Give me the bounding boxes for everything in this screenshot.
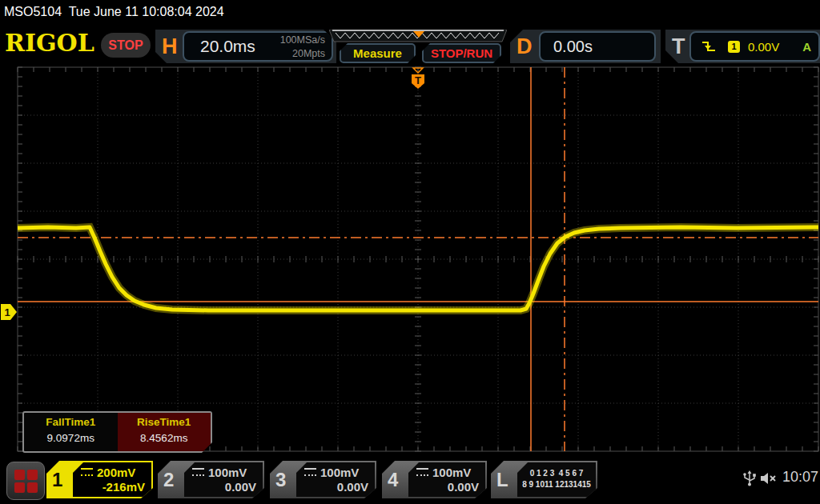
channel3-panel: 100mV 0.00V — [296, 462, 375, 497]
channel3-offset: 0.00V — [296, 480, 368, 494]
channel4-offset: 0.00V — [408, 480, 479, 494]
dc-coupling-icon — [416, 468, 428, 477]
channel4-panel: 100mV 0.00V — [408, 462, 485, 497]
svg-text:1: 1 — [4, 306, 10, 318]
falltime-measurement[interactable]: FallTime1 9.0972ms — [24, 413, 118, 451]
channel2-number: 2 — [163, 469, 174, 491]
logic-digits-row1: 0 1 2 3 4 5 6 7 — [517, 468, 596, 479]
channel2-offset: 0.00V — [184, 480, 256, 494]
menu-grid-icon — [14, 470, 38, 493]
channel1-ground-marker[interactable]: 1 — [1, 304, 17, 320]
speaker-muted-icon — [760, 472, 778, 485]
oscilloscope-screen: MSO5104 Tue June 11 10:08:04 2024 RIGOL … — [0, 0, 820, 504]
falltime-label: FallTime1 — [24, 416, 118, 428]
channel1-offset: -216mV — [73, 480, 145, 494]
usb-icon — [742, 470, 757, 486]
channel2-panel: 100mV 0.00V — [184, 462, 263, 497]
channel3-tab[interactable]: 3 100mV 0.00V — [270, 461, 376, 498]
dc-coupling-icon — [81, 468, 93, 477]
measurement-results-panel[interactable]: FallTime1 9.0972ms RiseTime1 8.4562ms — [22, 411, 212, 453]
dc-coupling-icon — [192, 468, 204, 477]
risetime-measurement[interactable]: RiseTime1 8.4562ms — [118, 413, 211, 451]
dc-coupling-icon — [304, 468, 316, 477]
logic-digits-row2: 8 9 1011 12131415 — [517, 479, 596, 490]
logic-panel: 0 1 2 3 4 5 6 7 8 9 1011 12131415 — [517, 462, 596, 497]
clock: 10:07 — [782, 469, 818, 486]
graticule-grid — [18, 67, 818, 451]
channel3-number: 3 — [275, 469, 286, 491]
channel4-scale: 100mV — [432, 466, 471, 479]
logic-analyzer-tab[interactable]: L 0 1 2 3 4 5 6 7 8 9 1011 12131415 — [491, 461, 597, 498]
channel-status-bar: 1 200mV -216mV 2 100mV 0.00V 3 100mV 0.0… — [0, 459, 820, 504]
falltime-value: 9.0972ms — [24, 432, 118, 444]
channel1-number: 1 — [52, 469, 62, 491]
channel4-number: 4 — [388, 469, 398, 491]
risetime-value: 8.4562ms — [118, 432, 211, 444]
logic-label: L — [496, 469, 508, 491]
channel3-scale: 100mV — [320, 466, 359, 479]
channel1-scale: 200mV — [97, 466, 135, 479]
menu-button[interactable] — [6, 462, 45, 500]
channel2-scale: 100mV — [208, 466, 247, 479]
risetime-label: RiseTime1 — [118, 416, 211, 428]
channel2-tab[interactable]: 2 100mV 0.00V — [158, 461, 264, 498]
channel1-panel: 200mV -216mV — [73, 462, 151, 497]
channel1-tab[interactable]: 1 200mV -216mV — [46, 461, 153, 498]
channel4-tab[interactable]: 4 100mV 0.00V — [382, 461, 487, 498]
svg-text:T: T — [415, 74, 421, 86]
